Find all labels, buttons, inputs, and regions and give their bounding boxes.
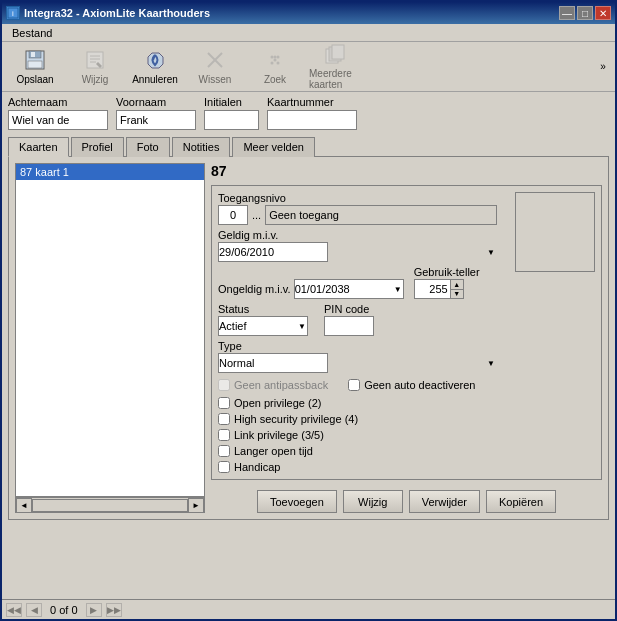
tab-kaarten[interactable]: Kaarten <box>8 137 69 157</box>
geldig-group: Geldig m.i.v. 29/06/2010 <box>218 229 497 262</box>
close-button[interactable]: ✕ <box>595 6 611 20</box>
tab-meer-velden[interactable]: Meer velden <box>232 137 315 157</box>
achternaam-field: Achternaam <box>8 96 108 130</box>
status-label: Status <box>218 303 308 315</box>
geen-auto-deact-label: Geen auto deactiveren <box>364 379 475 391</box>
card-list[interactable]: 87 kaart 1 <box>15 163 205 497</box>
kaartnummer-input[interactable] <box>267 110 357 130</box>
achternaam-label: Achternaam <box>8 96 108 108</box>
status-bar: ◀◀ ◀ 0 of 0 ▶ ▶▶ <box>2 599 615 619</box>
open-privilege-label: Open privilege (2) <box>234 397 321 409</box>
ongeldig-combo-wrapper: 01/01/2038 <box>294 279 404 299</box>
checkbox-geen-auto-deact: Geen auto deactiveren <box>348 379 475 391</box>
geen-auto-deact-checkbox[interactable] <box>348 379 360 391</box>
initialen-input[interactable] <box>204 110 259 130</box>
toolbar-delete-button[interactable]: Wissen <box>186 45 244 89</box>
voornaam-label: Voornaam <box>116 96 196 108</box>
maximize-button[interactable]: □ <box>577 6 593 20</box>
tab-panel-kaarten: 87 kaart 1 ◄ ► 87 Toegangsnivo <box>8 157 609 520</box>
link-privilege-checkbox[interactable] <box>218 429 230 441</box>
kaartnummer-label: Kaartnummer <box>267 96 357 108</box>
type-combo[interactable]: Normal VIP Visitor <box>218 353 328 373</box>
record-info: 0 of 0 <box>50 604 78 616</box>
nav-first-button[interactable]: ◀◀ <box>6 603 22 617</box>
multicard-icon <box>323 44 347 66</box>
gebruik-teller-input[interactable] <box>414 279 450 299</box>
toolbar-edit-button[interactable]: Wijzig <box>66 45 124 89</box>
toolbar-multicard-button[interactable]: Meerdere kaarten <box>306 45 364 89</box>
geldig-combo[interactable]: 29/06/2010 <box>218 242 328 262</box>
gebruik-teller-spinner: ▲ ▼ <box>450 279 464 299</box>
svg-point-19 <box>274 59 277 62</box>
pin-code-label: PIN code <box>324 303 374 315</box>
toolbar-cancel-button[interactable]: Annuleren <box>126 45 184 89</box>
nav-next-button[interactable]: ▶ <box>86 603 102 617</box>
voornaam-input[interactable] <box>116 110 196 130</box>
pin-group: PIN code <box>324 303 374 336</box>
access-level-label: Toegangsnivo <box>218 192 497 204</box>
open-privilege-checkbox[interactable] <box>218 397 230 409</box>
svg-point-14 <box>271 56 274 59</box>
kopieren-button[interactable]: Kopiëren <box>486 490 556 513</box>
search-label: Zoek <box>264 74 286 85</box>
svg-point-18 <box>274 56 277 59</box>
person-form-row: Achternaam Voornaam Initialen Kaartnumme… <box>8 96 609 130</box>
card-detail-panel: 87 Toegangsnivo ... <box>211 163 602 513</box>
main-content: Achternaam Voornaam Initialen Kaartnumme… <box>2 92 615 524</box>
toevoegen-button[interactable]: Toevoegen <box>257 490 337 513</box>
nav-prev-button[interactable]: ◀ <box>26 603 42 617</box>
ongeldig-combo[interactable]: 01/01/2038 <box>294 279 404 299</box>
svg-rect-22 <box>332 45 344 59</box>
window-title: Integra32 - AxiomLite Kaarthouders <box>24 7 210 19</box>
minimize-button[interactable]: — <box>559 6 575 20</box>
wijzig-button[interactable]: Wijzig <box>343 490 403 513</box>
spinner-down-button[interactable]: ▼ <box>451 290 463 299</box>
spinner-up-button[interactable]: ▲ <box>451 280 463 290</box>
high-security-label: High security privilege (4) <box>234 413 358 425</box>
pin-code-input[interactable] <box>324 316 374 336</box>
tab-bar: Kaarten Profiel Foto Notities Meer velde… <box>8 136 609 157</box>
handicap-checkbox[interactable] <box>218 461 230 473</box>
checkbox-link-privilege: Link privilege (3/5) <box>218 429 497 441</box>
card-number-title: 87 <box>211 163 602 179</box>
title-bar: i Integra32 - AxiomLite Kaarthouders — □… <box>2 2 615 24</box>
status-group: Status Actief Inactief <box>218 303 308 336</box>
svg-text:i: i <box>12 9 14 18</box>
tab-foto[interactable]: Foto <box>126 137 170 157</box>
high-security-checkbox[interactable] <box>218 413 230 425</box>
access-num-input[interactable] <box>218 205 248 225</box>
toolbar-search-button[interactable]: Zoek <box>246 45 304 89</box>
langer-open-label: Langer open tijd <box>234 445 313 457</box>
scroll-left-button[interactable]: ◄ <box>16 498 32 513</box>
initialen-label: Initialen <box>204 96 259 108</box>
delete-label: Wissen <box>199 74 232 85</box>
toolbar-overflow-button[interactable]: » <box>595 45 611 89</box>
link-privilege-label: Link privilege (3/5) <box>234 429 324 441</box>
list-item[interactable]: 87 kaart 1 <box>16 164 204 180</box>
geen-antipassback-checkbox[interactable] <box>218 379 230 391</box>
scroll-thumb[interactable] <box>32 499 188 512</box>
toolbar-save-button[interactable]: Opslaan <box>6 45 64 89</box>
access-text-input <box>265 205 497 225</box>
access-row: ... <box>218 205 497 225</box>
bottom-buttons: Toevoegen Wijzig Verwijder Kopiëren <box>211 490 602 513</box>
cancel-icon <box>143 48 167 72</box>
list-scrollbar[interactable]: ◄ ► <box>15 497 205 513</box>
card-detail-inner: Toegangsnivo ... Geldig m.i.v. <box>211 185 602 480</box>
gebruik-teller-label: Gebruik-teller <box>414 266 480 278</box>
access-level-group: Toegangsnivo ... <box>218 192 497 225</box>
status-combo[interactable]: Actief Inactief <box>218 316 308 336</box>
voornaam-field: Voornaam <box>116 96 196 130</box>
nav-last-button[interactable]: ▶▶ <box>106 603 122 617</box>
detail-right <box>505 192 595 473</box>
langer-open-checkbox[interactable] <box>218 445 230 457</box>
main-window: i Integra32 - AxiomLite Kaarthouders — □… <box>0 0 617 621</box>
geen-antipassback-label: Geen antipassback <box>234 379 328 391</box>
achternaam-input[interactable] <box>8 110 108 130</box>
scroll-right-button[interactable]: ► <box>188 498 204 513</box>
menu-item-bestand[interactable]: Bestand <box>6 25 58 41</box>
save-icon <box>23 48 47 72</box>
verwijder-button[interactable]: Verwijder <box>409 490 480 513</box>
tab-notities[interactable]: Notities <box>172 137 231 157</box>
tab-profiel[interactable]: Profiel <box>71 137 124 157</box>
